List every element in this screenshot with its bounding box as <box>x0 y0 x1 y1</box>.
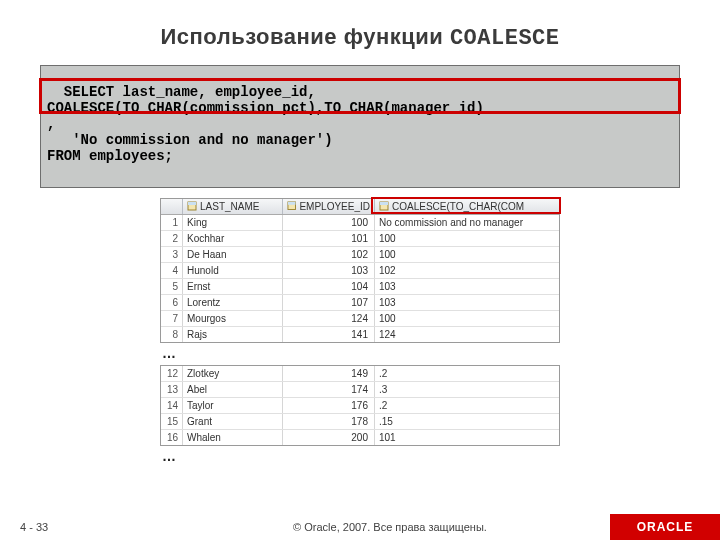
cell: 124 <box>375 327 559 342</box>
table-row: 13Abel174.3 <box>161 382 559 398</box>
sql-code-block: SELECT last_name, employee_id, COALESCE(… <box>40 65 680 188</box>
cell: Rajs <box>183 327 283 342</box>
table-row: 16Whalen200101 <box>161 430 559 445</box>
cell: King <box>183 215 283 230</box>
cell: Kochhar <box>183 231 283 246</box>
results-area: LAST_NAME EMPLOYEE_ID COALESCE(TO_CHAR(C… <box>160 198 560 468</box>
cell: 8 <box>161 327 183 342</box>
column-icon <box>287 201 296 211</box>
table-row: 6Lorentz107103 <box>161 295 559 311</box>
cell: 100 <box>375 231 559 246</box>
cell: 7 <box>161 311 183 326</box>
table-row: 1King100No commission and no manager <box>161 215 559 231</box>
cell: 2 <box>161 231 183 246</box>
oracle-logo: ORACLE <box>610 514 720 540</box>
cell: Mourgos <box>183 311 283 326</box>
cell: 1 <box>161 215 183 230</box>
copyright: © Oracle, 2007. Все права защищены. <box>170 521 610 533</box>
cell: No commission and no manager <box>375 215 559 230</box>
cell: 102 <box>283 247 375 262</box>
cell: 100 <box>375 311 559 326</box>
cell: 12 <box>161 366 183 381</box>
cell: 141 <box>283 327 375 342</box>
cell: Ernst <box>183 279 283 294</box>
column-icon <box>187 201 197 211</box>
cell: 13 <box>161 382 183 397</box>
table-row: 3De Haan102100 <box>161 247 559 263</box>
table-row: 8Rajs141124 <box>161 327 559 342</box>
cell: 100 <box>375 247 559 262</box>
header-employee-id: EMPLOYEE_ID <box>283 199 375 214</box>
slide-title: Использование функции COALESCE <box>0 0 720 65</box>
cell: Hunold <box>183 263 283 278</box>
cell: 4 <box>161 263 183 278</box>
header-index <box>161 199 183 214</box>
cell: 107 <box>283 295 375 310</box>
cell: Zlotkey <box>183 366 283 381</box>
header-coalesce: COALESCE(TO_CHAR(COM <box>375 199 559 214</box>
cell: 14 <box>161 398 183 413</box>
cell: 103 <box>375 279 559 294</box>
cell: 102 <box>375 263 559 278</box>
svg-rect-3 <box>288 202 296 205</box>
cell: 101 <box>375 430 559 445</box>
cell: 5 <box>161 279 183 294</box>
table-row: 4Hunold103102 <box>161 263 559 279</box>
cell: Lorentz <box>183 295 283 310</box>
header-last-name: LAST_NAME <box>183 199 283 214</box>
cell: 104 <box>283 279 375 294</box>
table-row: 14Taylor176.2 <box>161 398 559 414</box>
cell: De Haan <box>183 247 283 262</box>
cell: .3 <box>375 382 559 397</box>
cell: 16 <box>161 430 183 445</box>
cell: 103 <box>283 263 375 278</box>
cell: 149 <box>283 366 375 381</box>
svg-rect-5 <box>380 202 388 205</box>
cell: Grant <box>183 414 283 429</box>
result-grid-1: LAST_NAME EMPLOYEE_ID COALESCE(TO_CHAR(C… <box>160 198 560 343</box>
table-row: 15Grant178.15 <box>161 414 559 430</box>
table-row: 7Mourgos124100 <box>161 311 559 327</box>
table-row: 5Ernst104103 <box>161 279 559 295</box>
ellipsis-2: … <box>160 446 560 468</box>
cell: Abel <box>183 382 283 397</box>
cell: 103 <box>375 295 559 310</box>
sql-text: SELECT last_name, employee_id, COALESCE(… <box>47 84 484 164</box>
cell: 124 <box>283 311 375 326</box>
cell: 174 <box>283 382 375 397</box>
ellipsis-1: … <box>160 343 560 365</box>
cell: 176 <box>283 398 375 413</box>
cell: .2 <box>375 398 559 413</box>
cell: 6 <box>161 295 183 310</box>
table-row: 2Kochhar101100 <box>161 231 559 247</box>
cell: .2 <box>375 366 559 381</box>
page-number: 4 - 33 <box>0 521 170 533</box>
cell: Whalen <box>183 430 283 445</box>
result-grid-2: 12Zlotkey149.213Abel174.314Taylor176.215… <box>160 365 560 446</box>
cell: 101 <box>283 231 375 246</box>
cell: 100 <box>283 215 375 230</box>
grid-header: LAST_NAME EMPLOYEE_ID COALESCE(TO_CHAR(C… <box>161 199 559 215</box>
cell: .15 <box>375 414 559 429</box>
svg-rect-1 <box>188 202 196 205</box>
cell: 200 <box>283 430 375 445</box>
cell: 178 <box>283 414 375 429</box>
table-row: 12Zlotkey149.2 <box>161 366 559 382</box>
title-function: COALESCE <box>450 26 560 51</box>
title-prefix: Использование функции <box>161 24 450 49</box>
column-icon <box>379 201 389 211</box>
cell: 3 <box>161 247 183 262</box>
footer: 4 - 33 © Oracle, 2007. Все права защищен… <box>0 514 720 540</box>
cell: Taylor <box>183 398 283 413</box>
cell: 15 <box>161 414 183 429</box>
